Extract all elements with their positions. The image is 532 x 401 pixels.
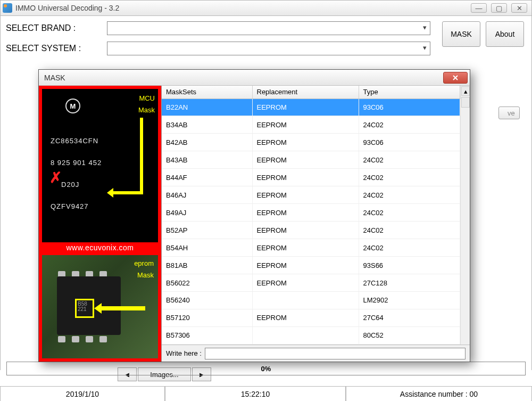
- status-date: 2019/1/10: [0, 387, 165, 401]
- progress-text: 0%: [261, 365, 271, 373]
- progress-bar: 0%: [6, 362, 526, 375]
- status-assistance: Assistance number : 00: [346, 387, 532, 401]
- mask-table[interactable]: MaskSets Replacement Type B22ANEEPROM93C…: [162, 86, 460, 345]
- url-text: www.ecuvonix.com: [42, 243, 158, 254]
- mask-dialog: MASK MCU Mask M ZC86534CFN 8 925 901 452…: [38, 69, 470, 362]
- table-row[interactable]: B44AFEEPROM24C02: [162, 169, 460, 186]
- close-button[interactable]: ✕: [511, 3, 527, 13]
- scroll-thumb[interactable]: [461, 97, 470, 108]
- mcu-line1: ZC86534CFN: [51, 137, 98, 145]
- table-row[interactable]: B34ABEEPROM24C02: [162, 116, 460, 134]
- table-row[interactable]: B46AJEEPROM24C02: [162, 186, 460, 204]
- table-row[interactable]: B43ABEEPROM24C02: [162, 151, 460, 169]
- eprom-chip-image: eprom Mask B58 221: [42, 255, 158, 358]
- table-row[interactable]: B81ABEEPROM93S66: [162, 257, 460, 274]
- table-row[interactable]: B57120EEPROM27C64: [162, 309, 460, 326]
- mcu-label-1: MCU: [139, 94, 155, 102]
- maximize-button[interactable]: ▢: [491, 3, 507, 13]
- mask-button[interactable]: MASK: [442, 21, 480, 47]
- dialog-title: MASK: [44, 73, 443, 82]
- col-replacement[interactable]: Replacement: [252, 86, 359, 99]
- eprom-arrow-icon: [99, 306, 145, 310]
- red-x-icon: ✗: [49, 169, 62, 186]
- mask-table-area: MaskSets Replacement Type B22ANEEPROM93C…: [161, 86, 470, 362]
- table-row[interactable]: B52APEEPROM24C02: [162, 222, 460, 239]
- system-label: SELECT SYSTEM :: [6, 44, 107, 53]
- main-titlebar: IMMO Universal Decoding - 3.2 — ▢ ✕: [0, 0, 532, 16]
- status-time: 15:22:10: [165, 387, 346, 401]
- background-button[interactable]: ve: [498, 107, 520, 119]
- brand-label: SELECT BRAND :: [6, 23, 107, 33]
- col-masksets[interactable]: MaskSets: [162, 86, 252, 99]
- table-row[interactable]: B56022EEPROM27C128: [162, 274, 460, 292]
- mcu-line3: D20J: [61, 181, 79, 189]
- motorola-logo-icon: M: [65, 99, 80, 113]
- image-panel: MCU Mask M ZC86534CFN 8 925 901 452 D20J…: [39, 86, 161, 362]
- write-label: Write here :: [166, 349, 202, 357]
- table-scrollbar[interactable]: ▴: [460, 86, 470, 345]
- system-select[interactable]: [107, 42, 430, 55]
- table-row[interactable]: B42ABEEPROM93C06: [162, 134, 460, 151]
- eprom-label-1: eprom: [134, 259, 154, 267]
- mcu-label-2: Mask: [138, 106, 155, 114]
- about-button[interactable]: About: [486, 21, 524, 47]
- mcu-line4: QZFV9427: [51, 202, 89, 210]
- table-row[interactable]: B54AHEEPROM24C02: [162, 239, 460, 257]
- chip-mark: B58 221: [75, 299, 94, 318]
- mcu-chip-image: MCU Mask M ZC86534CFN 8 925 901 452 D20J…: [42, 89, 158, 242]
- app-icon: [3, 3, 12, 13]
- mcu-line2: 8 925 901 452: [51, 159, 102, 167]
- brand-select[interactable]: [107, 21, 430, 35]
- dialog-titlebar[interactable]: MASK: [39, 70, 470, 86]
- write-input[interactable]: [205, 348, 466, 359]
- table-row[interactable]: B56240LM2902: [162, 291, 460, 309]
- table-row[interactable]: B5730680C52: [162, 326, 460, 344]
- mcu-arrow-icon: [140, 118, 143, 194]
- status-bar: 2019/1/10 15:22:10 Assistance number : 0…: [0, 386, 532, 401]
- window-title: IMMO Universal Decoding - 3.2: [15, 4, 471, 12]
- minimize-button[interactable]: —: [471, 3, 487, 13]
- table-row[interactable]: B49AJEEPROM24C02: [162, 204, 460, 222]
- eprom-label-2: Mask: [137, 271, 154, 279]
- table-row[interactable]: B22ANEEPROM93C06: [162, 99, 460, 116]
- scroll-up-button[interactable]: ▴: [461, 86, 470, 96]
- col-type[interactable]: Type: [359, 86, 460, 99]
- dialog-close-button[interactable]: [443, 72, 468, 84]
- close-icon: [452, 75, 459, 81]
